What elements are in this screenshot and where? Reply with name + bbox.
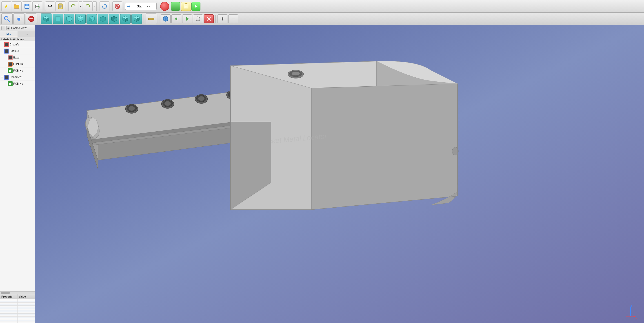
value-col-header: Value xyxy=(18,294,35,299)
svg-point-105 xyxy=(292,72,300,75)
svg-point-86 xyxy=(128,106,135,111)
svg-point-9 xyxy=(38,6,39,7)
prop-row-8 xyxy=(0,310,35,312)
dropdown-arrow-icon: ▲▼ xyxy=(146,5,155,8)
tab-tasks[interactable]: T... xyxy=(18,31,35,37)
top-toolbar: ★ ✂ xyxy=(0,0,644,13)
new-button[interactable]: ★ xyxy=(1,1,11,11)
prop-row-7 xyxy=(0,309,35,310)
view-iso2-button[interactable] xyxy=(132,14,142,24)
prop-row-1 xyxy=(0,299,35,301)
horizontal-scrollbar[interactable] xyxy=(0,291,35,294)
separator-5 xyxy=(124,2,124,10)
svg-marker-71 xyxy=(174,17,177,21)
view-front-button[interactable] xyxy=(53,14,63,24)
chamfer-label: Chamfe xyxy=(10,43,19,46)
svg-text:Z: Z xyxy=(631,305,632,308)
nav-stop-button[interactable] xyxy=(204,15,214,23)
property-rows xyxy=(0,299,35,323)
svg-marker-36 xyxy=(21,18,22,20)
record-button[interactable] xyxy=(160,2,169,11)
prop-row-12 xyxy=(0,317,35,318)
green-square-button[interactable] xyxy=(171,2,180,11)
svg-rect-2 xyxy=(14,6,19,8)
3d-model-svg: Pocket Metal Locator xyxy=(35,25,644,323)
separator-2 xyxy=(67,2,67,10)
redo-dropdown[interactable]: ▼ xyxy=(93,1,96,11)
tab-model[interactable]: M... xyxy=(0,31,18,37)
close-combo-button[interactable]: ✕ xyxy=(1,26,6,30)
tree-item-pad033[interactable]: ▼ ⬛ Pad033 xyxy=(0,48,35,55)
cut-button[interactable]: ✂ xyxy=(45,1,55,11)
svg-point-83 xyxy=(88,118,98,136)
play-button[interactable] xyxy=(192,2,200,11)
zoom-out-button[interactable]: − xyxy=(228,15,238,23)
svg-rect-43 xyxy=(56,17,60,21)
view-iso1-button[interactable] xyxy=(120,14,130,24)
view-back-button[interactable] xyxy=(98,14,108,24)
paste-button[interactable] xyxy=(56,1,66,11)
tree-item-unnamed1[interactable]: ▼ ⬛ Unnamed1 xyxy=(0,74,35,81)
print-button[interactable] xyxy=(32,1,42,11)
stop-button[interactable] xyxy=(26,14,37,24)
svg-marker-45 xyxy=(66,16,72,22)
view-home-button[interactable] xyxy=(41,14,52,24)
nav-back-button[interactable] xyxy=(172,15,181,23)
tree-item-fillet004[interactable]: ⬛ Fillet004 xyxy=(0,61,35,68)
workflow-dropdown[interactable]: ➡ Start ▲▼ xyxy=(125,3,156,10)
labels-attributes-header: Labels & Attributes xyxy=(0,37,35,41)
nav-forward-button[interactable] xyxy=(182,15,192,23)
tree-item-pcb-hole-2[interactable]: ⬟ PCB Ho xyxy=(0,81,35,87)
separator-1 xyxy=(44,2,44,10)
redo-button[interactable] xyxy=(83,1,92,11)
svg-marker-72 xyxy=(186,17,189,21)
svg-point-92 xyxy=(198,96,204,101)
nav-refresh-button[interactable] xyxy=(193,15,203,23)
pad033-icon: ⬛ xyxy=(4,49,9,54)
refresh-button[interactable] xyxy=(100,1,110,11)
separator-4 xyxy=(111,2,111,10)
view-bottom-button[interactable] xyxy=(109,14,119,24)
detach-combo-button[interactable]: ◉ xyxy=(6,26,10,30)
view-left-button[interactable] xyxy=(86,14,97,24)
undo-button[interactable] xyxy=(68,1,78,11)
save-button[interactable] xyxy=(22,1,32,11)
tree-item-chamfer[interactable]: ⬛ Chamfe xyxy=(0,41,35,48)
undo-dropdown[interactable]: ▼ xyxy=(79,1,82,11)
combo-view-header: ✕ ◉ Combo View xyxy=(0,25,35,31)
chamfer-icon: ⬛ xyxy=(4,42,9,47)
svg-point-89 xyxy=(164,101,171,106)
pcb-hole1-label: PCB Ho xyxy=(13,69,23,72)
pad033-label: Pad033 xyxy=(10,50,19,53)
measure-button[interactable] xyxy=(146,14,157,24)
pcb-hole1-icon: ⬟ xyxy=(8,68,12,73)
pointer-button[interactable] xyxy=(112,1,122,11)
zoom-out-icon: − xyxy=(232,15,235,23)
svg-rect-8 xyxy=(36,7,39,9)
nav-globe-button[interactable] xyxy=(161,15,170,23)
view-select-button[interactable] xyxy=(1,14,12,24)
separator-3 xyxy=(98,2,98,10)
notepad-button[interactable] xyxy=(181,2,191,11)
3d-viewport[interactable]: Pocket Metal Locator Z X xyxy=(35,25,644,323)
model-tasks-tabs: M... T... xyxy=(0,31,35,37)
zoom-in-button[interactable]: + xyxy=(218,15,228,23)
separator-6 xyxy=(158,2,158,10)
svg-rect-4 xyxy=(26,4,28,6)
open-button[interactable] xyxy=(12,1,22,11)
second-toolbar: + − xyxy=(0,13,644,25)
svg-marker-33 xyxy=(18,16,20,17)
pan-button[interactable] xyxy=(14,14,25,24)
expand-arrow-unnamed1: ▼ xyxy=(1,76,4,79)
view-top-button[interactable] xyxy=(64,14,74,24)
pcb-hole2-label: PCB Ho xyxy=(13,82,23,85)
tree-item-pcb-hole-1[interactable]: ⬟ PCB Ho xyxy=(0,68,35,74)
svg-text:X: X xyxy=(635,316,637,318)
axis-indicator: Z X xyxy=(624,305,637,318)
svg-marker-29 xyxy=(195,5,198,8)
view-right-button[interactable] xyxy=(75,14,86,24)
separator-v2 xyxy=(144,15,144,23)
zoom-in-icon: + xyxy=(221,15,224,23)
tree-item-base[interactable]: ⬛ Base xyxy=(0,55,35,61)
scroll-thumb[interactable] xyxy=(1,292,10,294)
